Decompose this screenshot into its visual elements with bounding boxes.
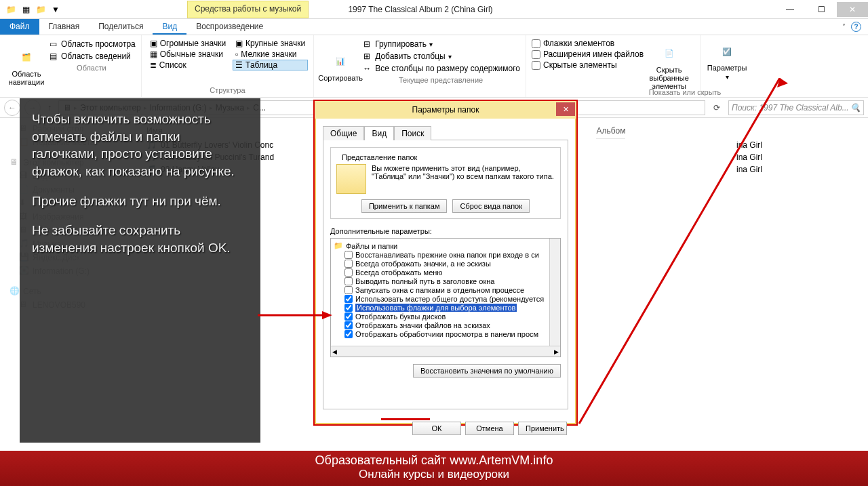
setting-drive-letters[interactable]: Отображать буквы дисков xyxy=(334,312,557,321)
tutorial-p3: Не забывайте сохранить изменения настрое… xyxy=(32,222,248,256)
setting-checkbox[interactable] xyxy=(344,268,353,277)
tab-file[interactable]: Файл xyxy=(0,19,39,35)
item-checkboxes-toggle[interactable]: Флажки элементов xyxy=(532,38,644,49)
preview-icon: ▭ xyxy=(47,39,58,49)
folder-views-icon xyxy=(336,164,366,194)
layout-small-icons[interactable]: ▫Мелкие значки xyxy=(233,49,308,60)
setting-label: Отображать обработчики просмотра в панел… xyxy=(355,330,538,338)
hidden-items-checkbox[interactable] xyxy=(532,61,540,70)
cancel-button[interactable]: Отмена xyxy=(465,422,514,435)
folder-views-text: Вы можете применить этот вид (например, … xyxy=(372,164,555,194)
sort-button[interactable]: 📊 Сортировать xyxy=(319,38,361,94)
setting-separate-process[interactable]: Запускать окна с папками в отдельном про… xyxy=(334,286,557,295)
huge-icons-icon: ▣ xyxy=(150,39,157,48)
setting-restore-windows[interactable]: Восстанавливать прежние окна папок при в… xyxy=(334,251,557,260)
refresh-button[interactable]: ⟳ xyxy=(709,100,724,115)
pc-icon: 🖥 xyxy=(9,157,20,168)
file-album: ina Girl xyxy=(736,165,857,174)
details-label: Таблица xyxy=(245,60,277,70)
settings-vscrollbar[interactable] xyxy=(549,239,560,346)
add-col-icon: ⊞ xyxy=(361,51,372,62)
size-columns-button[interactable]: ↔Все столбцы по размеру содержимого xyxy=(361,62,520,75)
options-button[interactable]: ☑️ Параметры ▾ xyxy=(706,38,748,83)
hidden-items-toggle[interactable]: Скрытые элементы xyxy=(532,60,644,70)
restore-defaults-button[interactable]: Восстановить значения по умолчанию xyxy=(413,364,561,378)
details-pane-button[interactable]: ▤Область сведений xyxy=(47,50,136,62)
setting-checkbox[interactable] xyxy=(344,330,353,338)
advanced-settings-list[interactable]: 📁Файлы и папки Восстанавливать прежние о… xyxy=(330,238,561,357)
minimize-button[interactable]: — xyxy=(774,2,806,17)
hide-selected-button[interactable]: 📄 Скрыть выбранные элементы xyxy=(644,38,694,94)
setting-always-icons[interactable]: Всегда отображать значки, а не эскизы xyxy=(334,260,557,268)
setting-preview-handlers[interactable]: Отображать обработчики просмотра в панел… xyxy=(334,330,557,339)
qat-properties-icon[interactable]: ▦ xyxy=(20,4,31,15)
tab-play[interactable]: Воспроизведение xyxy=(186,19,273,35)
ribbon-collapse-icon[interactable]: ˅ xyxy=(842,23,846,31)
group-by-label: Группировать xyxy=(375,39,427,49)
ok-button[interactable]: ОК xyxy=(412,422,461,435)
add-columns-button[interactable]: ⊞Добавить столбцы ▾ xyxy=(361,50,520,62)
setting-checkbox[interactable] xyxy=(344,295,353,303)
layout-huge-icons[interactable]: ▣Огромные значки xyxy=(147,38,229,49)
layout-large-icons[interactable]: ▣Крупные значки xyxy=(233,38,308,49)
setting-checkbox[interactable] xyxy=(344,260,353,268)
setting-checkbox[interactable] xyxy=(344,304,353,312)
qat-dropdown-icon[interactable]: ▼ xyxy=(50,4,61,15)
file-ext-checkbox[interactable] xyxy=(532,50,540,59)
small-icons-icon: ▫ xyxy=(235,49,238,59)
dialog-tab-view[interactable]: Вид xyxy=(364,126,394,140)
setting-full-path[interactable]: Выводить полный путь в заголовке окна xyxy=(334,277,557,286)
reset-folders-button[interactable]: Сброс вида папок xyxy=(452,199,530,213)
back-button[interactable]: ← xyxy=(4,100,20,116)
site-banner: Образовательный сайт www.ArtemVM.info Он… xyxy=(0,451,868,486)
setting-always-menu[interactable]: Всегда отображать меню xyxy=(334,268,557,277)
size-columns-label: Все столбцы по размеру содержимого xyxy=(375,64,520,73)
file-album: ina Girl xyxy=(736,153,857,162)
setting-checkbox[interactable] xyxy=(344,277,353,285)
setting-sharing-wizard[interactable]: Использовать мастер общего доступа (реко… xyxy=(334,295,557,304)
column-album[interactable]: Альбом xyxy=(596,123,625,139)
layout-list[interactable]: ≣Список xyxy=(147,60,229,70)
dialog-titlebar: Параметры папок ✕ xyxy=(315,101,576,119)
layout-medium-icons[interactable]: ▦Обычные значки xyxy=(147,49,229,60)
file-ext-toggle[interactable]: Расширения имен файлов xyxy=(532,49,644,60)
file-ext-label: Расширения имен файлов xyxy=(543,49,644,59)
preview-pane-button[interactable]: ▭Область просмотра xyxy=(47,38,136,50)
setting-label: Всегда отображать значки, а не эскизы xyxy=(355,260,491,268)
context-tab-heading: Средства работы с музыкой xyxy=(187,1,309,18)
navigation-pane-button[interactable]: 🗂️ Область навигации xyxy=(5,38,47,94)
group-by-button[interactable]: ⊟Группировать ▾ xyxy=(361,38,520,50)
dialog-close-button[interactable]: ✕ xyxy=(556,102,575,116)
maximize-button[interactable]: ☐ xyxy=(806,2,837,17)
setting-checkbox[interactable] xyxy=(344,312,353,321)
setting-label: Выводить полный путь в заголовке окна xyxy=(355,277,494,285)
close-button[interactable]: ✕ xyxy=(837,2,868,17)
setting-checkbox[interactable] xyxy=(344,286,353,294)
tab-share[interactable]: Поделиться xyxy=(89,19,153,35)
small-icons-label: Мелкие значки xyxy=(241,49,296,59)
dialog-title: Параметры папок xyxy=(412,105,479,115)
annotation-underline xyxy=(381,418,430,420)
setting-use-checkboxes[interactable]: Использовать флажки для выбора элементов xyxy=(334,304,557,312)
help-icon[interactable]: ? xyxy=(851,22,861,32)
item-checkboxes-checkbox[interactable] xyxy=(532,39,540,48)
setting-checkbox[interactable] xyxy=(344,321,353,329)
tutorial-overlay: Чтобы включить возможность отмечать файл… xyxy=(20,98,260,443)
dialog-tab-general[interactable]: Общие xyxy=(323,126,364,140)
qat-newfolder-icon[interactable]: 📁 xyxy=(35,4,46,15)
search-input[interactable]: Поиск: 1997 The Classical Alb... 🔍 xyxy=(728,100,864,115)
size-col-icon: ↔ xyxy=(361,63,372,74)
settings-hscrollbar[interactable]: ◀▶ xyxy=(331,346,560,357)
layout-details[interactable]: ☰Таблица xyxy=(233,60,308,70)
huge-icons-label: Огромные значки xyxy=(160,39,226,48)
setting-thumb-icons[interactable]: Отображать значки файлов на эскизах xyxy=(334,321,557,330)
setting-checkbox[interactable] xyxy=(344,251,353,259)
setting-label: Всегда отображать меню xyxy=(355,268,443,277)
apply-button[interactable]: Применить xyxy=(518,422,567,435)
tab-view[interactable]: Вид xyxy=(153,19,186,35)
tab-home[interactable]: Главная xyxy=(39,19,90,35)
dialog-tab-search[interactable]: Поиск xyxy=(394,126,431,140)
item-checkboxes-label: Флажки элементов xyxy=(543,39,614,48)
group-showhide-label: Показать или скрыть xyxy=(556,87,814,96)
apply-to-folders-button[interactable]: Применить к папкам xyxy=(361,199,448,213)
